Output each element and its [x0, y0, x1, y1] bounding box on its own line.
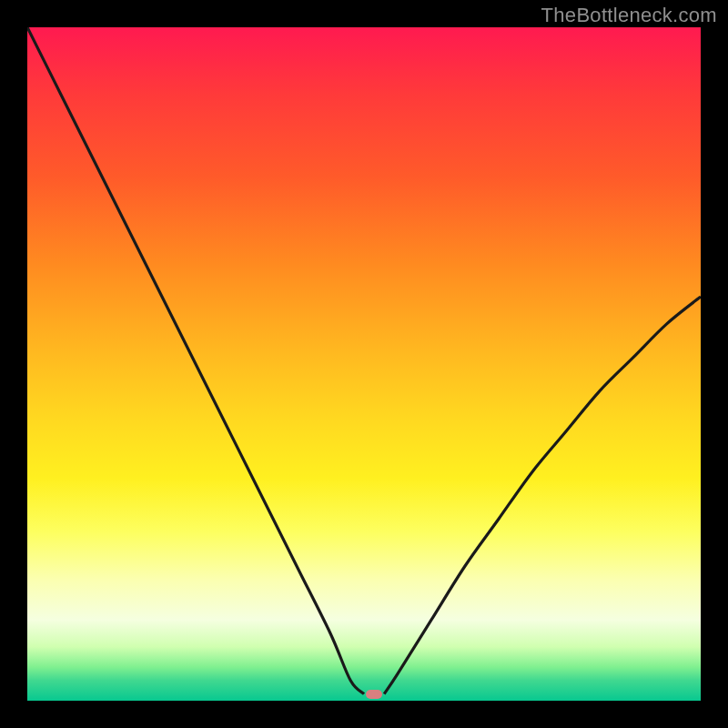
curve-left-branch [27, 27, 364, 694]
minimum-marker [366, 690, 382, 699]
curve-right-branch [384, 297, 701, 694]
plot-area [27, 27, 701, 701]
bottleneck-curve [27, 27, 701, 701]
chart-stage: TheBottleneck.com [0, 0, 728, 728]
watermark-text: TheBottleneck.com [541, 4, 717, 27]
